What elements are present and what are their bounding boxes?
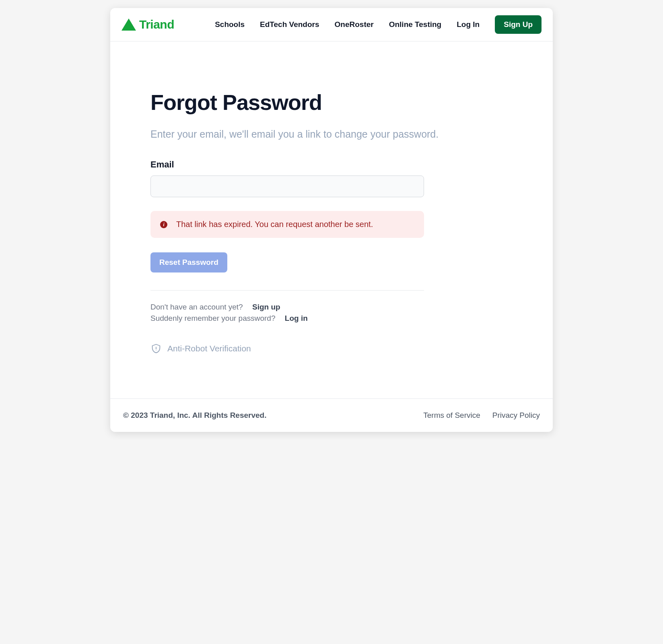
triangle-icon [121, 19, 136, 31]
signup-prompt-text: Don't have an account yet? [150, 303, 243, 311]
error-alert-text: That link has expired. You can request a… [176, 220, 373, 229]
footer-links: Terms of Service Privacy Policy [423, 411, 540, 420]
info-error-icon: i [160, 221, 167, 228]
navbar: Triand Schools EdTech Vendors OneRoster … [110, 8, 553, 41]
nav-link-edtech-vendors[interactable]: EdTech Vendors [260, 20, 319, 29]
footer-link-privacy[interactable]: Privacy Policy [492, 411, 540, 420]
brand-logo[interactable]: Triand [121, 18, 174, 31]
login-prompt-row: Suddenly remember your password? Log in [150, 314, 513, 323]
brand-name: Triand [139, 18, 174, 31]
reset-password-button[interactable]: Reset Password [150, 252, 227, 272]
nav-link-login[interactable]: Log In [457, 20, 480, 29]
nav-link-oneroster[interactable]: OneRoster [335, 20, 374, 29]
divider [150, 290, 424, 291]
email-label: Email [150, 159, 513, 170]
copyright-text: © 2023 Triand, Inc. All Rights Reserved. [123, 411, 266, 420]
svg-point-1 [156, 350, 156, 351]
email-input[interactable] [150, 175, 424, 197]
footer-link-terms[interactable]: Terms of Service [423, 411, 480, 420]
error-alert: i That link has expired. You can request… [150, 211, 424, 238]
nav-links: Schools EdTech Vendors OneRoster Online … [215, 15, 542, 34]
nav-link-schools[interactable]: Schools [215, 20, 245, 29]
nav-link-online-testing[interactable]: Online Testing [389, 20, 442, 29]
page-subtitle: Enter your email, we'll email you a link… [150, 128, 513, 140]
signup-button[interactable]: Sign Up [495, 15, 542, 34]
shield-alert-icon [150, 343, 162, 354]
footer: © 2023 Triand, Inc. All Rights Reserved.… [110, 398, 553, 432]
login-prompt-text: Suddenly remember your password? [150, 314, 276, 322]
login-link[interactable]: Log in [285, 314, 308, 322]
page-title: Forgot Password [150, 90, 513, 115]
signup-prompt-row: Don't have an account yet? Sign up [150, 303, 513, 312]
main-content: Forgot Password Enter your email, we'll … [110, 41, 553, 398]
signup-link[interactable]: Sign up [252, 303, 280, 311]
anti-robot-label: Anti-Robot Verification [167, 344, 251, 353]
anti-robot-row: Anti-Robot Verification [150, 343, 513, 354]
